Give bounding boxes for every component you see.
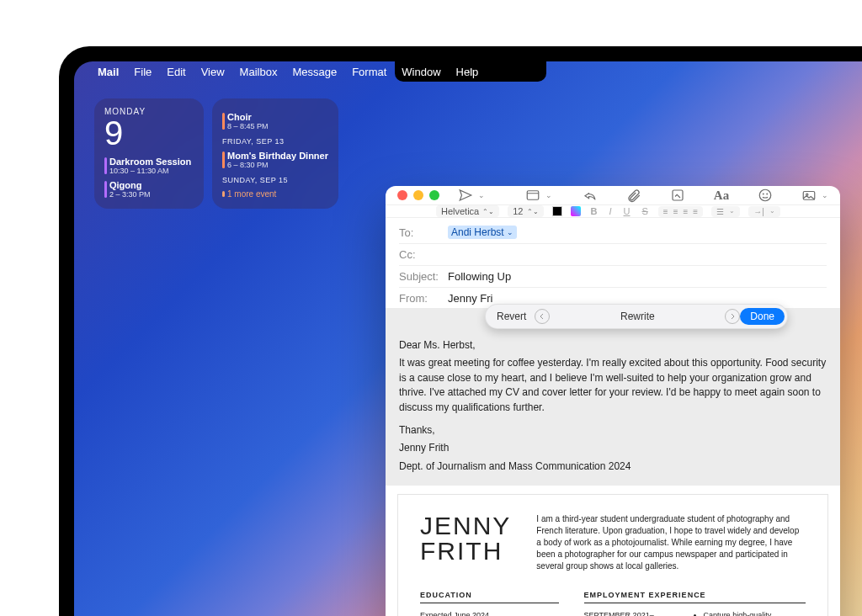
menu-message[interactable]: Message bbox=[292, 66, 337, 78]
menu-format[interactable]: Format bbox=[352, 66, 386, 78]
to-label: To: bbox=[399, 226, 448, 239]
menu-window[interactable]: Window bbox=[402, 66, 440, 78]
menu-file[interactable]: File bbox=[134, 66, 152, 78]
calendar-today-widget[interactable]: MONDAY 9 Darkroom Session 10:30 – 11:30 … bbox=[94, 98, 204, 209]
menu-app[interactable]: Mail bbox=[98, 66, 119, 78]
calendar-event[interactable]: Mom's Birthday Dinner 6 – 8:30 PM bbox=[222, 151, 328, 169]
rewrite-prev-icon[interactable] bbox=[535, 309, 550, 324]
emp-bullet: Capture high-quality photographs to acco… bbox=[704, 610, 806, 616]
format-bar: Helvetica⌃⌄ 12⌃⌄ B I U S ≡≡≡≡ ☰⌄ →|⌄ bbox=[386, 204, 840, 218]
resume-last-name: FRITH bbox=[420, 539, 511, 564]
event-time: 6 – 8:30 PM bbox=[227, 161, 328, 169]
mail-compose-window: ⌄ ⌄ Aa ⌄ Helvetica⌃⌄ 12⌃⌄ bbox=[386, 186, 840, 616]
menu-mailbox[interactable]: Mailbox bbox=[240, 66, 278, 78]
photo-browser-icon[interactable] bbox=[800, 186, 818, 204]
resume-education-col: EDUCATION Expected June 2024 BACHELOR OF… bbox=[420, 591, 559, 616]
from-label: From: bbox=[399, 292, 448, 305]
desktop: Mail File Edit View Mailbox Message Form… bbox=[74, 61, 862, 616]
alignment-group[interactable]: ≡≡≡≡ bbox=[658, 206, 703, 217]
to-row[interactable]: To: Andi Herbst bbox=[399, 221, 827, 244]
event-title: Qigong bbox=[109, 180, 194, 190]
text-color-swatch[interactable] bbox=[552, 206, 562, 216]
resume-bio: I am a third-year student undergraduate … bbox=[536, 513, 806, 572]
svg-point-3 bbox=[763, 194, 764, 194]
calendar-event[interactable]: Darkroom Session 10:30 – 11:30 AM bbox=[104, 157, 194, 175]
from-value: Jenny Fri bbox=[448, 292, 492, 305]
body-signature-dept: Dept. of Journalism and Mass Communicati… bbox=[399, 459, 827, 474]
font-family-select[interactable]: Helvetica⌃⌄ bbox=[436, 205, 499, 217]
emp-bullets: Capture high-quality photographs to acco… bbox=[694, 610, 806, 616]
widget-date-number: 9 bbox=[104, 116, 194, 150]
revert-button[interactable]: Revert bbox=[488, 307, 535, 326]
message-body[interactable]: Dear Ms. Herbst, It was great meeting fo… bbox=[386, 308, 840, 486]
laptop-bezel: Mail File Edit View Mailbox Message Form… bbox=[59, 46, 862, 616]
body-greeting: Dear Ms. Herbst, bbox=[399, 338, 827, 353]
body-paragraph: It was great meeting for coffee yesterda… bbox=[399, 356, 827, 415]
resume-employment-col: EMPLOYMENT EXPERIENCE SEPTEMBER 2021–PRE… bbox=[584, 591, 806, 616]
svg-point-4 bbox=[767, 194, 768, 194]
event-title: Mom's Birthday Dinner bbox=[227, 151, 328, 161]
menu-edit[interactable]: Edit bbox=[167, 66, 185, 78]
header-options-chevron-icon[interactable]: ⌄ bbox=[545, 191, 552, 199]
subject-label: Subject: bbox=[399, 270, 448, 283]
font-size-select[interactable]: 12⌃⌄ bbox=[508, 205, 543, 217]
resume-first-name: JENNY bbox=[420, 513, 511, 539]
emoji-icon[interactable] bbox=[756, 186, 774, 204]
header-fields-icon[interactable] bbox=[524, 186, 542, 204]
edu-line: Expected June 2024 bbox=[420, 610, 559, 616]
event-time: 2 – 3:30 PM bbox=[109, 190, 194, 199]
body-signature-name: Jenny Frith bbox=[399, 441, 827, 455]
photo-options-chevron-icon[interactable]: ⌄ bbox=[822, 191, 828, 199]
subject-row[interactable]: Subject: Following Up bbox=[399, 266, 827, 288]
employment-header: EMPLOYMENT EXPERIENCE bbox=[584, 591, 806, 603]
widget-day-heading: FRIDAY, SEP 13 bbox=[222, 137, 328, 146]
indent-group[interactable]: →|⌄ bbox=[748, 206, 780, 217]
window-titlebar: ⌄ ⌄ Aa ⌄ bbox=[386, 186, 840, 204]
menu-view[interactable]: View bbox=[201, 66, 225, 78]
desktop-widgets: MONDAY 9 Darkroom Session 10:30 – 11:30 … bbox=[94, 98, 338, 209]
svg-point-2 bbox=[759, 189, 771, 201]
event-title: Darkroom Session bbox=[109, 157, 194, 167]
bold-button[interactable]: B bbox=[589, 206, 599, 216]
more-events-link[interactable]: 1 more event bbox=[222, 189, 328, 199]
body-thanks: Thanks, bbox=[399, 423, 827, 438]
calendar-event[interactable]: Choir 8 – 8:45 PM bbox=[222, 112, 328, 130]
rewrite-next-icon[interactable] bbox=[725, 309, 740, 324]
rewrite-title: Rewrite bbox=[550, 311, 725, 322]
writing-tools-bar: Revert Rewrite Done bbox=[485, 304, 788, 329]
attach-icon[interactable] bbox=[625, 186, 643, 204]
event-time: 8 – 8:45 PM bbox=[227, 122, 328, 130]
event-time: 10:30 – 11:30 AM bbox=[109, 167, 194, 175]
window-minimize-button[interactable] bbox=[413, 190, 423, 200]
list-group[interactable]: ☰⌄ bbox=[711, 206, 740, 217]
text-format-icon[interactable]: Aa bbox=[712, 186, 731, 204]
svg-rect-0 bbox=[527, 191, 539, 200]
color-picker-icon[interactable] bbox=[571, 206, 581, 216]
send-options-chevron-icon[interactable]: ⌄ bbox=[478, 191, 485, 199]
emp-line: SEPTEMBER 2021–PRESENT bbox=[584, 610, 677, 616]
attachment-preview[interactable]: JENNY FRITH I am a third-year student un… bbox=[397, 494, 828, 616]
reply-icon[interactable] bbox=[581, 186, 599, 204]
widget-day-heading: SUNDAY, SEP 15 bbox=[222, 176, 328, 184]
widget-day-label: MONDAY bbox=[104, 107, 194, 116]
subject-value: Following Up bbox=[448, 270, 511, 283]
window-zoom-button[interactable] bbox=[429, 190, 439, 200]
underline-button[interactable]: U bbox=[622, 206, 632, 216]
done-button[interactable]: Done bbox=[740, 308, 785, 325]
cc-label: Cc: bbox=[399, 248, 448, 261]
education-header: EDUCATION bbox=[420, 591, 559, 603]
send-icon[interactable] bbox=[456, 186, 475, 204]
event-title: Choir bbox=[227, 112, 328, 122]
menu-bar: Mail File Edit View Mailbox Message Form… bbox=[74, 61, 862, 82]
italic-button[interactable]: I bbox=[607, 206, 613, 216]
calendar-event[interactable]: Qigong 2 – 3:30 PM bbox=[104, 180, 194, 199]
cc-row[interactable]: Cc: bbox=[399, 244, 827, 266]
strike-button[interactable]: S bbox=[640, 206, 649, 216]
calendar-upcoming-widget[interactable]: Choir 8 – 8:45 PM FRIDAY, SEP 13 Mom's B… bbox=[212, 98, 338, 209]
header-fields: To: Andi Herbst Cc: Subject: Following U… bbox=[386, 218, 840, 309]
markup-icon[interactable] bbox=[668, 186, 687, 204]
menu-help[interactable]: Help bbox=[456, 66, 479, 78]
resume-name-block: JENNY FRITH bbox=[420, 513, 511, 564]
window-close-button[interactable] bbox=[397, 190, 407, 200]
recipient-token[interactable]: Andi Herbst bbox=[448, 226, 517, 239]
